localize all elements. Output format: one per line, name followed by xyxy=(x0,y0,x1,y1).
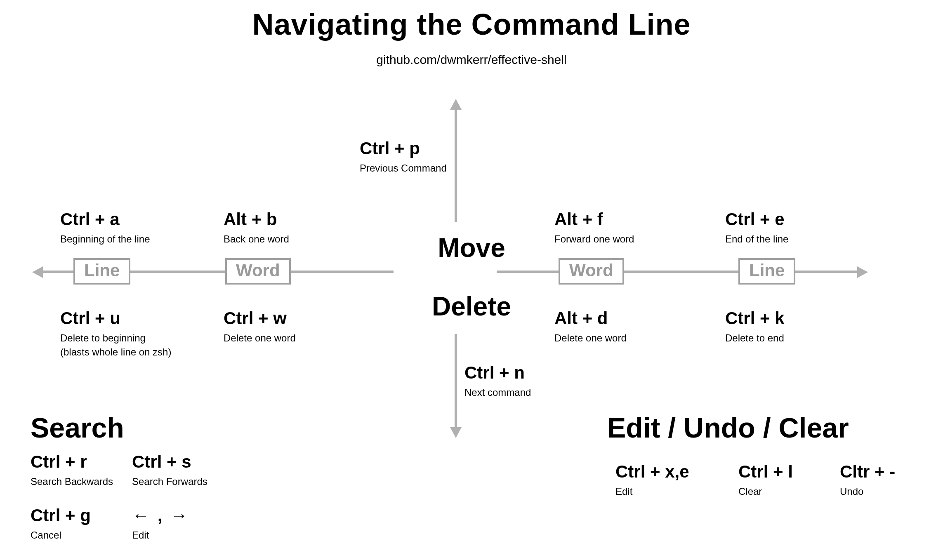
key-label: Ctrl + s xyxy=(132,452,207,472)
shortcut-ctrl-g: Ctrl + g Cancel xyxy=(31,506,91,541)
desc-label: Cancel xyxy=(31,529,91,541)
desc-label: Edit xyxy=(132,529,189,541)
axis-right xyxy=(497,271,859,273)
shortcut-arrow-keys: ← , → Edit xyxy=(132,506,189,541)
shortcut-prev-command: Ctrl + p Previous Command xyxy=(360,139,447,174)
search-heading: Search xyxy=(31,412,124,444)
shortcut-ctrl-xe: Ctrl + x,e Edit xyxy=(615,462,689,497)
arrow-down-stem xyxy=(455,334,457,429)
shortcut-ctrl-e: Ctrl + e End of the line xyxy=(725,209,788,245)
desc-label: Search Backwards xyxy=(31,476,113,487)
arrow-keys-icon: ← , → xyxy=(132,506,189,525)
shortcut-ctrl-w: Ctrl + w Delete one word xyxy=(224,308,296,344)
desc2-label: (blasts whole line on zsh) xyxy=(60,346,171,358)
shortcut-alt-d: Alt + d Delete one word xyxy=(554,308,627,344)
key-label: Ctrl + p xyxy=(360,139,447,158)
key-label: Ctrl + l xyxy=(738,462,793,482)
desc-label: Back one word xyxy=(224,233,289,245)
shortcut-ctrl-u: Ctrl + u Delete to beginning (blasts who… xyxy=(60,308,171,358)
key-label: Cltr + - xyxy=(840,462,895,482)
arrow-up-stem xyxy=(455,106,457,222)
desc-label: Search Forwards xyxy=(132,476,207,487)
shortcut-ctrl-k: Ctrl + k Delete to end xyxy=(725,308,785,344)
desc-label: Delete to beginning xyxy=(60,332,171,344)
arrow-up-head-icon xyxy=(450,99,462,110)
shortcut-ctrl-minus: Cltr + - Undo xyxy=(840,462,895,497)
desc-label: Clear xyxy=(738,486,793,497)
shortcut-ctrl-l: Ctrl + l Clear xyxy=(738,462,793,497)
page-title: Navigating the Command Line xyxy=(0,7,943,41)
key-label: Ctrl + a xyxy=(60,209,150,229)
desc-label: Delete one word xyxy=(554,332,627,344)
edit-undo-clear-heading: Edit / Undo / Clear xyxy=(607,412,849,444)
shortcut-next-command: Ctrl + n Next command xyxy=(464,363,531,398)
key-label: Ctrl + g xyxy=(31,506,91,525)
key-label: Ctrl + x,e xyxy=(615,462,689,482)
key-label: Ctrl + e xyxy=(725,209,788,229)
cheatsheet-diagram: { "title": "Navigating the Command Line"… xyxy=(0,0,943,560)
shortcut-ctrl-a: Ctrl + a Beginning of the line xyxy=(60,209,150,245)
shortcut-ctrl-r: Ctrl + r Search Backwards xyxy=(31,452,113,487)
key-label: Alt + f xyxy=(554,209,634,229)
scope-word-left: Word xyxy=(225,258,291,285)
desc-label: Delete to end xyxy=(725,332,785,344)
scope-line-left: Line xyxy=(73,258,130,285)
scope-line-right: Line xyxy=(738,258,795,285)
key-label: Ctrl + w xyxy=(224,308,296,328)
desc-label: Previous Command xyxy=(360,162,447,174)
desc-label: End of the line xyxy=(725,233,788,245)
desc-label: Undo xyxy=(840,486,895,497)
key-label: Ctrl + n xyxy=(464,363,531,383)
page-subtitle: github.com/dwmkerr/effective-shell xyxy=(0,53,943,67)
desc-label: Beginning of the line xyxy=(60,233,150,245)
desc-label: Delete one word xyxy=(224,332,296,344)
desc-label: Edit xyxy=(615,486,689,497)
key-label: Ctrl + k xyxy=(725,308,785,328)
arrow-left-head-icon xyxy=(32,266,43,278)
key-label: Alt + d xyxy=(554,308,627,328)
key-label: Alt + b xyxy=(224,209,289,229)
shortcut-ctrl-s: Ctrl + s Search Forwards xyxy=(132,452,207,487)
scope-word-right: Word xyxy=(559,258,624,285)
shortcut-alt-b: Alt + b Back one word xyxy=(224,209,289,245)
desc-label: Next command xyxy=(464,387,531,398)
arrow-down-head-icon xyxy=(450,427,462,438)
shortcut-alt-f: Alt + f Forward one word xyxy=(554,209,634,245)
key-label: Ctrl + u xyxy=(60,308,171,328)
key-label: Ctrl + r xyxy=(31,452,113,472)
arrow-right-head-icon xyxy=(857,266,868,278)
desc-label: Forward one word xyxy=(554,233,634,245)
